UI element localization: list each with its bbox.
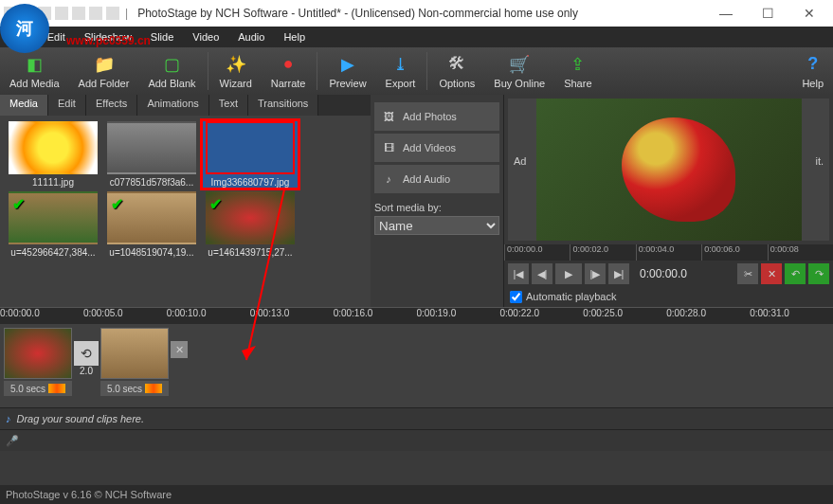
wizard-button[interactable]: ✨Wizard (210, 48, 262, 94)
tab-animations[interactable]: Animations (137, 95, 208, 116)
qa-icon[interactable] (72, 7, 85, 20)
clip-thumb (4, 328, 72, 379)
main-area: Media Edit Effects Animations Text Trans… (0, 95, 833, 307)
sort-select[interactable]: Name (374, 216, 499, 235)
tab-media[interactable]: Media (0, 95, 48, 116)
add-audio-button[interactable]: ♪Add Audio (374, 165, 499, 193)
goto-start-button[interactable]: |◀ (508, 263, 529, 284)
main-toolbar: ◧Add Media 📁Add Folder ▢Add Blank ✨Wizar… (0, 47, 833, 95)
audio-track[interactable]: ♪ Drag your sound clips here. (0, 407, 833, 430)
share-icon: ⇪ (568, 54, 589, 75)
tools-icon: 🛠 (446, 54, 467, 75)
ruler-tick: 0:00:25.0 (583, 308, 666, 324)
media-item[interactable]: c077851d578f3a6... (104, 121, 199, 188)
ruler-tick: 0:00:19.0 (417, 308, 500, 324)
maximize-button[interactable]: ☐ (753, 4, 782, 23)
preview-ad-left: Ad (514, 155, 526, 167)
ruler-tick: 0:00:00.0 (0, 308, 83, 324)
step-back-button[interactable]: ◀| (532, 263, 552, 284)
add-videos-button[interactable]: 🎞Add Videos (374, 134, 499, 162)
media-item[interactable]: ✔u=452966427,384... (6, 191, 100, 258)
options-button[interactable]: 🛠Options (429, 48, 484, 94)
tab-text[interactable]: Text (209, 95, 248, 116)
media-actions-panel: 🖼Add Photos 🎞Add Videos ♪Add Audio Sort … (371, 95, 503, 307)
redo-button[interactable]: ↷ (808, 263, 829, 284)
export-button[interactable]: ⤓Export (376, 48, 426, 94)
ruler-tick: 0:00:02.0 (570, 244, 635, 261)
filmstrip-icon (145, 384, 162, 393)
qa-sep: | (125, 7, 128, 20)
close-button[interactable]: ✕ (795, 4, 824, 23)
videos-icon: 🎞 (380, 142, 397, 153)
media-thumb (9, 121, 98, 174)
media-label: c077851d578f3a6... (104, 177, 199, 188)
media-label: u=1461439715,27... (203, 247, 298, 258)
audio-icon: ♪ (380, 173, 397, 185)
status-text: PhotoStage v 6.16 © NCH Software (6, 489, 172, 500)
transition-box[interactable]: ⟲ (74, 341, 99, 366)
add-blank-button[interactable]: ▢Add Blank (138, 48, 205, 94)
export-icon: ⤓ (390, 54, 411, 75)
tab-effects[interactable]: Effects (86, 95, 137, 116)
timeline-clip[interactable]: 5.0 secs (4, 328, 72, 396)
clip-duration: 5.0 secs (100, 381, 169, 396)
check-icon: ✔ (111, 195, 123, 213)
minimize-button[interactable]: — (712, 4, 740, 23)
timeline-ruler[interactable]: 0:00:00.00:00:05.00:00:10.00:00:13.00:00… (0, 307, 833, 324)
qa-icon[interactable] (55, 7, 68, 20)
media-item[interactable]: Img336680797.jpg (203, 121, 298, 188)
preview-ad-right: it. (815, 155, 824, 167)
add-folder-button[interactable]: 📁Add Folder (69, 48, 139, 94)
title-bar: | PhotoStage by NCH Software - Untitled*… (0, 0, 833, 27)
buy-online-button[interactable]: 🛒Buy Online (484, 48, 554, 94)
play-button[interactable]: ▶ (555, 263, 582, 284)
help-button[interactable]: ?Help (792, 48, 833, 94)
narrate-button[interactable]: ●Narrate (262, 48, 316, 94)
timeline-clip[interactable]: 5.0 secs (100, 328, 169, 396)
preview-viewport: Ad it. (508, 99, 829, 241)
delete-button[interactable]: ✕ (761, 263, 782, 284)
add-media-button[interactable]: ◧Add Media (0, 48, 69, 94)
watermark-url: www.pc0359.cn (66, 34, 151, 47)
record-icon: ● (278, 54, 299, 75)
time-display: 0:00:00.0 (640, 267, 687, 280)
media-label: u=452966427,384... (6, 247, 100, 258)
check-icon: ✔ (12, 195, 25, 213)
qa-icon[interactable] (89, 7, 102, 20)
cut-button[interactable]: ✂ (737, 263, 758, 284)
media-thumb (206, 121, 295, 174)
tab-edit[interactable]: Edit (48, 95, 86, 116)
help-icon: ? (803, 54, 824, 75)
video-track[interactable]: 5.0 secs ⟲ 2.0 5.0 secs ✕ (0, 324, 833, 407)
media-item[interactable]: 11111.jpg (6, 121, 100, 188)
tab-transitions[interactable]: Transitions (248, 95, 318, 116)
goto-end-button[interactable]: ▶| (608, 263, 629, 284)
menu-audio[interactable]: Audio (230, 29, 272, 45)
filmstrip-icon (48, 384, 65, 393)
undo-button[interactable]: ↶ (785, 263, 806, 284)
remove-clip-button[interactable]: ✕ (171, 341, 188, 358)
wand-icon: ✨ (226, 54, 246, 75)
media-grid: 11111.jpgc077851d578f3a6...Img336680797.… (0, 116, 371, 307)
auto-playback-row: Automatic playback (504, 287, 833, 307)
preview-image (536, 99, 802, 241)
window-title: PhotoStage by NCH Software - Untitled* -… (137, 7, 712, 20)
qa-icon[interactable] (106, 7, 119, 20)
auto-playback-checkbox[interactable] (510, 291, 522, 303)
check-icon: ✔ (209, 195, 222, 213)
media-item[interactable]: ✔u=1048519074,19... (104, 191, 199, 258)
narration-track[interactable]: 🎤 (0, 430, 833, 451)
menu-video[interactable]: Video (185, 29, 226, 45)
step-fwd-button[interactable]: |▶ (585, 263, 606, 284)
auto-playback-label: Automatic playback (526, 291, 616, 302)
ruler-tick: 0:00:28.0 (666, 308, 750, 324)
share-button[interactable]: ⇪Share (554, 48, 601, 94)
media-thumb (107, 121, 196, 174)
media-label: 11111.jpg (6, 177, 100, 188)
add-photos-button[interactable]: 🖼Add Photos (374, 102, 499, 131)
media-item[interactable]: ✔u=1461439715,27... (203, 191, 298, 258)
preview-button[interactable]: ▶Preview (319, 48, 375, 94)
menu-help[interactable]: Help (276, 29, 313, 45)
status-bar: PhotoStage v 6.16 © NCH Software (0, 485, 833, 504)
timeline: 0:00:00.00:00:05.00:00:10.00:00:13.00:00… (0, 307, 833, 451)
